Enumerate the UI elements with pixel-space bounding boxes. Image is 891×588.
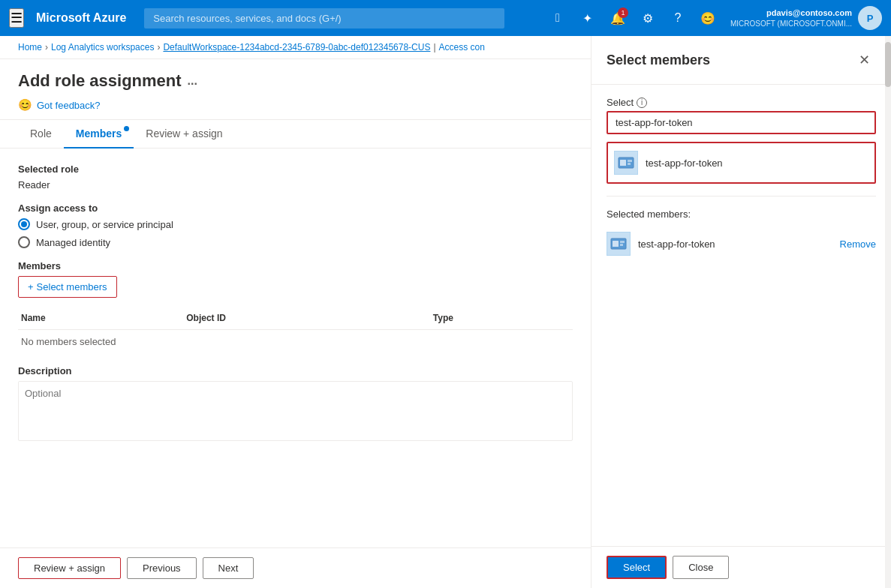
- breadcrumb: Home › Log Analytics workspaces › Defaul…: [0, 36, 591, 59]
- content-area: Selected role Reader Assign access to Us…: [0, 148, 591, 548]
- more-options-button[interactable]: ...: [188, 74, 197, 88]
- main-layout: Home › Log Analytics workspaces › Defaul…: [0, 36, 891, 588]
- previous-button[interactable]: Previous: [127, 557, 197, 579]
- user-tenant: MICROSOFT (MICROSOFT.ONMI...: [730, 19, 852, 28]
- breadcrumb-workspace[interactable]: DefaultWorkspace-1234abcd-2345-6789-0abc…: [163, 42, 430, 52]
- user-name: pdavis@contoso.com: [730, 8, 852, 18]
- azure-logo: Microsoft Azure: [36, 11, 126, 25]
- svg-rect-5: [613, 241, 619, 247]
- radio-managed-identity-circle: [18, 236, 30, 248]
- tab-review-assign-label: Review + assign: [146, 128, 222, 140]
- select-members-text: Select members: [37, 281, 107, 292]
- svg-rect-6: [620, 241, 625, 243]
- search-result-item[interactable]: test-app-for-token: [607, 142, 876, 184]
- selected-members-label: Selected members:: [607, 208, 876, 220]
- remove-member-button[interactable]: Remove: [840, 238, 876, 250]
- breadcrumb-home[interactable]: Home: [18, 42, 42, 52]
- notifications-button[interactable]: 🔔 1: [604, 4, 631, 32]
- feedback-icon: 😊: [700, 11, 715, 26]
- description-textarea[interactable]: [18, 381, 573, 441]
- members-label: Members: [18, 260, 573, 272]
- select-members-plus-icon: +: [28, 281, 34, 292]
- no-members-text: No members selected: [18, 330, 573, 354]
- assign-access-label: Assign access to: [18, 202, 573, 214]
- tab-role-label: Role: [30, 128, 52, 140]
- feedback-text: Got feedback?: [37, 100, 101, 111]
- tab-members-dot: [124, 126, 129, 131]
- radio-user-group-label: User, group, or service principal: [36, 219, 173, 230]
- members-section: Members + Select members Name Object ID …: [18, 260, 573, 353]
- selected-member-name: test-app-for-token: [638, 238, 832, 250]
- members-table: Name Object ID Type No members selected: [18, 307, 573, 353]
- flyout-title: Select members: [607, 52, 710, 68]
- svg-rect-7: [620, 244, 623, 246]
- flyout-footer: Select Close: [591, 546, 891, 588]
- tab-members-label: Members: [76, 128, 122, 140]
- global-search-input[interactable]: [144, 8, 504, 28]
- footer-bar: Review + assign Previous Next: [0, 548, 591, 588]
- table-row-empty: No members selected: [18, 330, 573, 354]
- selected-role-label: Selected role: [18, 164, 573, 175]
- select-members-button[interactable]: + Select members: [18, 276, 117, 298]
- selected-role-value: Reader: [18, 179, 573, 190]
- assign-access-radio-group: User, group, or service principal Manage…: [18, 218, 573, 248]
- select-members-panel: Select members ✕ Select i: [591, 36, 891, 588]
- flyout-search-input[interactable]: [607, 111, 876, 134]
- page-title-text: Add role assignment: [18, 71, 182, 91]
- flyout-select-button[interactable]: Select: [607, 556, 667, 579]
- svg-rect-3: [628, 163, 631, 165]
- radio-managed-identity[interactable]: Managed identity: [18, 236, 573, 248]
- help-icon: ?: [675, 11, 682, 25]
- cloud-shell-button[interactable]: : [544, 4, 571, 32]
- feedback-button[interactable]: 😊: [694, 4, 721, 32]
- flyout-scrollbar[interactable]: [885, 36, 891, 588]
- tab-role[interactable]: Role: [18, 120, 64, 148]
- tab-members[interactable]: Members: [64, 120, 134, 148]
- selected-member-row: test-app-for-token Remove: [607, 227, 876, 260]
- breadcrumb-sep-3: |: [433, 42, 435, 52]
- notification-badge: 1: [618, 8, 628, 18]
- tab-review-assign[interactable]: Review + assign: [134, 120, 234, 148]
- feedback-smiley-icon: 😊: [18, 98, 32, 112]
- copilot-icon: ✦: [582, 11, 592, 26]
- gear-icon: ⚙: [643, 11, 653, 26]
- breadcrumb-sep-1: ›: [45, 42, 48, 52]
- col-type-header: Type: [430, 307, 573, 330]
- help-button[interactable]: ?: [664, 4, 691, 32]
- radio-user-group-circle: [18, 218, 30, 230]
- svg-rect-2: [628, 160, 632, 162]
- review-assign-button[interactable]: Review + assign: [18, 557, 121, 579]
- description-section: Description: [18, 365, 573, 444]
- divider: [607, 196, 876, 196]
- flyout-body: Select i test-app-for-token Select: [591, 85, 891, 546]
- flyout-scrollbar-thumb: [885, 42, 891, 87]
- page-title-container: Add role assignment ...: [18, 71, 573, 91]
- copilot-button[interactable]: ✦: [574, 4, 601, 32]
- flyout-close-button[interactable]: ✕: [852, 48, 876, 72]
- radio-managed-identity-label: Managed identity: [36, 237, 110, 248]
- flyout-close-btn[interactable]: Close: [673, 556, 729, 579]
- flyout-select-label: Select i: [607, 97, 876, 108]
- avatar: P: [858, 6, 882, 30]
- settings-button[interactable]: ⚙: [634, 4, 661, 32]
- page-header: Add role assignment ...: [0, 59, 591, 91]
- hamburger-menu-button[interactable]: ☰: [9, 8, 24, 28]
- app-icon: [614, 151, 638, 175]
- breadcrumb-sep-2: ›: [157, 42, 160, 52]
- topbar-icons:  ✦ 🔔 1 ⚙ ? 😊 pdavis@contoso.com MICROSO…: [544, 4, 882, 32]
- topbar: ☰ Microsoft Azure  ✦ 🔔 1 ⚙ ? 😊 pdavis@c…: [0, 0, 891, 36]
- feedback-bar[interactable]: 😊 Got feedback?: [0, 91, 591, 120]
- select-info-icon[interactable]: i: [637, 98, 647, 108]
- radio-user-group-principal[interactable]: User, group, or service principal: [18, 218, 573, 230]
- cloud-shell-icon: : [555, 11, 560, 25]
- col-objectid-header: Object ID: [183, 307, 430, 330]
- svg-rect-1: [620, 160, 626, 166]
- tabs-container: Role Members Review + assign: [0, 120, 591, 148]
- selected-member-icon: [607, 232, 631, 256]
- user-menu[interactable]: pdavis@contoso.com MICROSOFT (MICROSOFT.…: [730, 6, 882, 30]
- breadcrumb-log-analytics[interactable]: Log Analytics workspaces: [51, 42, 154, 52]
- search-result-name: test-app-for-token: [646, 158, 723, 169]
- breadcrumb-access-control[interactable]: Access con: [439, 42, 485, 52]
- col-name-header: Name: [18, 307, 183, 330]
- next-button[interactable]: Next: [203, 557, 254, 579]
